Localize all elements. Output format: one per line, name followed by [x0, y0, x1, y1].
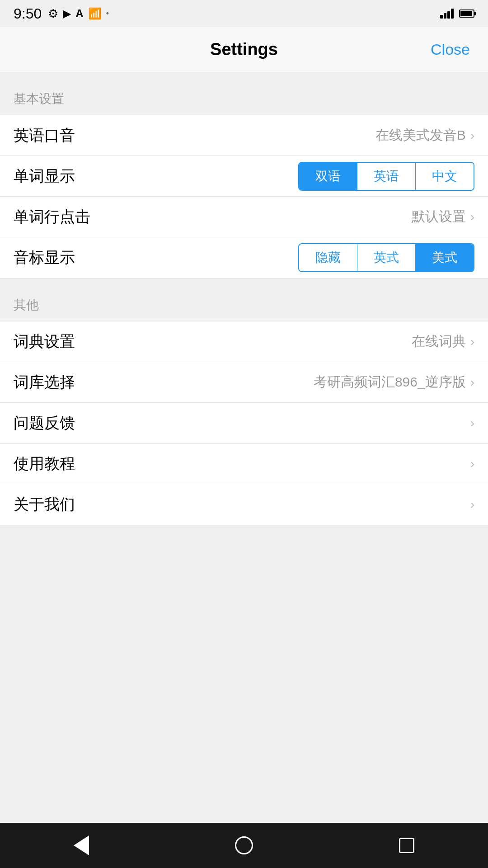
settings-row-about[interactable]: 关于我们 › [0, 484, 488, 525]
status-bar: 9:50 ⚙ ▶ A 📶 • [0, 0, 488, 27]
row-label-tutorial: 使用教程 [14, 453, 75, 474]
settings-row-library[interactable]: 词库选择 考研高频词汇896_逆序版 › [0, 362, 488, 403]
play-icon: ▶ [63, 7, 71, 20]
row-label-dict: 词典设置 [14, 331, 75, 352]
seg-american[interactable]: 美式 [416, 244, 474, 271]
dict-value-text: 在线词典 [412, 332, 466, 351]
gear-icon: ⚙ [48, 7, 58, 21]
settings-row-accent[interactable]: 英语口音 在线美式发音B › [0, 115, 488, 156]
row-label-word-click: 单词行点击 [14, 207, 90, 227]
row-label-about: 关于我们 [14, 494, 75, 515]
row-value-library: 考研高频词汇896_逆序版 › [314, 373, 474, 392]
battery-fill [460, 11, 472, 16]
settings-list-other: 词典设置 在线词典 › 词库选择 考研高频词汇896_逆序版 › 问题反馈 › … [0, 321, 488, 525]
seg-hide[interactable]: 隐藏 [299, 244, 357, 271]
recent-icon [399, 838, 414, 853]
row-label-word-display: 单词显示 [14, 166, 75, 187]
chevron-icon: › [470, 457, 474, 471]
spacer [0, 674, 488, 823]
section-label-basic: 基本设置 [14, 92, 64, 106]
close-button[interactable]: Close [431, 41, 470, 58]
row-value-feedback: › [469, 416, 474, 430]
chevron-icon: › [470, 210, 474, 224]
a-icon: A [75, 7, 83, 20]
word-click-value-text: 默认设置 [412, 208, 466, 226]
content: 基本设置 英语口音 在线美式发音B › 单词显示 双语 英语 中文 单词行点击 … [0, 72, 488, 674]
signal-icon [440, 9, 454, 19]
row-value-dict: 在线词典 › [412, 332, 474, 351]
row-label-feedback: 问题反馈 [14, 413, 75, 434]
home-button[interactable] [226, 827, 262, 863]
row-value-tutorial: › [469, 457, 474, 471]
back-button[interactable] [63, 827, 99, 863]
bottom-nav-bar [0, 823, 488, 868]
status-icons: ⚙ ▶ A 📶 • [48, 7, 109, 21]
home-icon [235, 836, 253, 854]
row-value-word-click: 默认设置 › [412, 208, 474, 226]
accent-value-text: 在线美式发音B [375, 126, 466, 145]
section-header-other: 其他 [0, 278, 488, 321]
settings-row-dict[interactable]: 词典设置 在线词典 › [0, 321, 488, 362]
recent-button[interactable] [389, 827, 425, 863]
row-label-phonetic: 音标显示 [14, 247, 75, 268]
wifi-icon: 📶 [88, 7, 102, 20]
chevron-icon: › [470, 375, 474, 390]
seg-bilingual[interactable]: 双语 [299, 163, 357, 190]
battery-icon [459, 9, 474, 18]
status-right [440, 9, 474, 19]
row-value-about: › [469, 497, 474, 512]
settings-row-feedback[interactable]: 问题反馈 › [0, 403, 488, 443]
settings-row-tutorial[interactable]: 使用教程 › [0, 443, 488, 484]
back-icon [74, 835, 89, 855]
row-value-accent: 在线美式发音B › [375, 126, 474, 145]
dot-icon: • [106, 9, 109, 19]
chevron-icon: › [470, 497, 474, 512]
settings-list-basic: 英语口音 在线美式发音B › 单词显示 双语 英语 中文 单词行点击 默认设置 … [0, 115, 488, 278]
status-left: 9:50 ⚙ ▶ A 📶 • [14, 5, 109, 22]
row-label-accent: 英语口音 [14, 125, 75, 146]
chevron-icon: › [470, 416, 474, 430]
library-value-text: 考研高频词汇896_逆序版 [314, 373, 466, 392]
section-header-basic: 基本设置 [0, 72, 488, 115]
nav-bar: Settings Close [0, 27, 488, 72]
word-display-segmented[interactable]: 双语 英语 中文 [298, 162, 474, 191]
seg-english[interactable]: 英语 [357, 163, 416, 190]
seg-british[interactable]: 英式 [357, 244, 416, 271]
nav-title: Settings [210, 40, 278, 59]
chevron-icon: › [470, 335, 474, 349]
settings-row-word-click[interactable]: 单词行点击 默认设置 › [0, 197, 488, 237]
status-time: 9:50 [14, 5, 42, 22]
section-label-other: 其他 [14, 298, 39, 312]
row-label-library: 词库选择 [14, 372, 75, 393]
settings-row-phonetic: 音标显示 隐藏 英式 美式 [0, 237, 488, 278]
settings-row-word-display: 单词显示 双语 英语 中文 [0, 156, 488, 197]
phonetic-segmented[interactable]: 隐藏 英式 美式 [298, 243, 474, 272]
seg-chinese[interactable]: 中文 [416, 163, 474, 190]
chevron-icon: › [470, 128, 474, 143]
